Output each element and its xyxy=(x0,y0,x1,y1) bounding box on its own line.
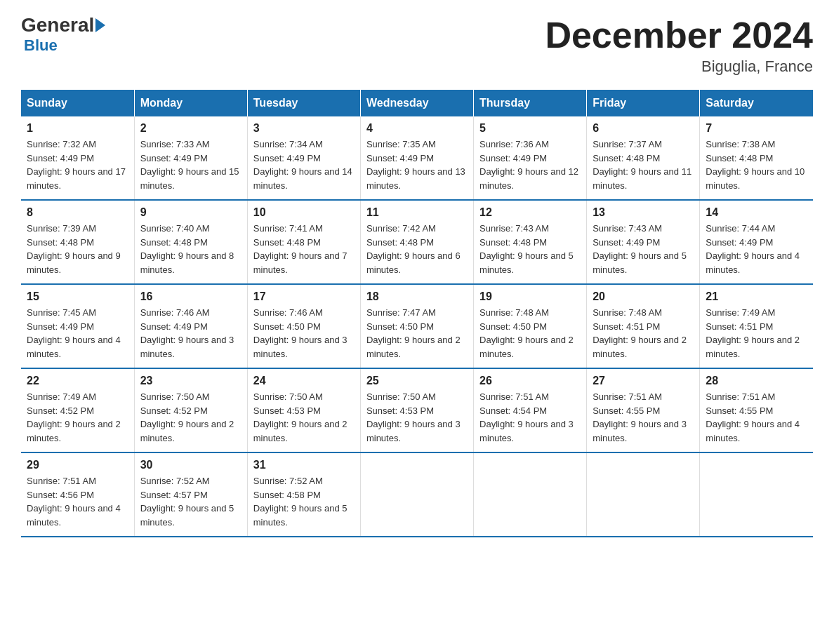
day-cell: 20 Sunrise: 7:48 AMSunset: 4:51 PMDaylig… xyxy=(587,284,700,368)
day-number: 26 xyxy=(479,375,581,387)
day-number: 6 xyxy=(593,122,694,135)
day-detail: Sunrise: 7:33 AMSunset: 4:49 PMDaylight:… xyxy=(140,139,239,191)
day-number: 18 xyxy=(366,290,468,303)
day-detail: Sunrise: 7:43 AMSunset: 4:49 PMDaylight:… xyxy=(593,223,687,275)
day-detail: Sunrise: 7:42 AMSunset: 4:48 PMDaylight:… xyxy=(366,223,461,275)
day-cell: 5 Sunrise: 7:36 AMSunset: 4:49 PMDayligh… xyxy=(474,116,587,200)
day-number: 21 xyxy=(706,290,807,303)
day-number: 20 xyxy=(593,290,694,303)
day-cell: 27 Sunrise: 7:51 AMSunset: 4:55 PMDaylig… xyxy=(587,368,700,452)
day-detail: Sunrise: 7:51 AMSunset: 4:55 PMDaylight:… xyxy=(593,391,687,443)
day-number: 8 xyxy=(27,206,128,219)
header-row: SundayMondayTuesdayWednesdayThursdayFrid… xyxy=(21,90,813,116)
day-cell: 23 Sunrise: 7:50 AMSunset: 4:52 PMDaylig… xyxy=(134,368,247,452)
day-detail: Sunrise: 7:50 AMSunset: 4:52 PMDaylight:… xyxy=(140,391,234,443)
day-detail: Sunrise: 7:52 AMSunset: 4:57 PMDaylight:… xyxy=(140,476,234,528)
day-cell: 19 Sunrise: 7:48 AMSunset: 4:50 PMDaylig… xyxy=(474,284,587,368)
day-detail: Sunrise: 7:51 AMSunset: 4:54 PMDaylight:… xyxy=(479,391,574,443)
day-detail: Sunrise: 7:51 AMSunset: 4:56 PMDaylight:… xyxy=(27,476,121,528)
col-header-tuesday: Tuesday xyxy=(247,90,360,116)
day-number: 1 xyxy=(27,122,128,135)
day-detail: Sunrise: 7:40 AMSunset: 4:48 PMDaylight:… xyxy=(140,223,234,275)
col-header-saturday: Saturday xyxy=(700,90,813,116)
day-detail: Sunrise: 7:36 AMSunset: 4:49 PMDaylight:… xyxy=(479,139,578,191)
week-row-4: 22 Sunrise: 7:49 AMSunset: 4:52 PMDaylig… xyxy=(21,368,813,452)
col-header-thursday: Thursday xyxy=(474,90,587,116)
day-cell: 3 Sunrise: 7:34 AMSunset: 4:49 PMDayligh… xyxy=(247,116,360,200)
day-detail: Sunrise: 7:38 AMSunset: 4:48 PMDaylight:… xyxy=(706,139,805,191)
day-number: 7 xyxy=(706,122,807,135)
day-cell: 21 Sunrise: 7:49 AMSunset: 4:51 PMDaylig… xyxy=(700,284,813,368)
day-detail: Sunrise: 7:49 AMSunset: 4:52 PMDaylight:… xyxy=(27,391,121,443)
day-cell: 22 Sunrise: 7:49 AMSunset: 4:52 PMDaylig… xyxy=(21,368,134,452)
day-cell xyxy=(587,452,700,537)
day-cell xyxy=(700,452,813,537)
day-number: 29 xyxy=(27,459,128,471)
day-number: 28 xyxy=(706,375,807,387)
day-detail: Sunrise: 7:48 AMSunset: 4:51 PMDaylight:… xyxy=(593,307,687,359)
day-detail: Sunrise: 7:41 AMSunset: 4:48 PMDaylight:… xyxy=(253,223,348,275)
day-cell xyxy=(474,452,587,537)
day-cell: 11 Sunrise: 7:42 AMSunset: 4:48 PMDaylig… xyxy=(360,200,473,284)
week-row-2: 8 Sunrise: 7:39 AMSunset: 4:48 PMDayligh… xyxy=(21,200,813,284)
day-detail: Sunrise: 7:34 AMSunset: 4:49 PMDaylight:… xyxy=(253,139,352,191)
day-number: 5 xyxy=(479,122,581,135)
calendar-header: SundayMondayTuesdayWednesdayThursdayFrid… xyxy=(21,90,813,116)
day-number: 16 xyxy=(140,290,241,303)
day-cell: 10 Sunrise: 7:41 AMSunset: 4:48 PMDaylig… xyxy=(247,200,360,284)
day-number: 22 xyxy=(27,375,128,387)
day-number: 17 xyxy=(253,290,355,303)
day-cell: 25 Sunrise: 7:50 AMSunset: 4:53 PMDaylig… xyxy=(360,368,473,452)
col-header-sunday: Sunday xyxy=(21,90,134,116)
logo-general-text: General xyxy=(21,14,94,36)
day-cell xyxy=(360,452,473,537)
day-cell: 8 Sunrise: 7:39 AMSunset: 4:48 PMDayligh… xyxy=(21,200,134,284)
day-cell: 14 Sunrise: 7:44 AMSunset: 4:49 PMDaylig… xyxy=(700,200,813,284)
day-cell: 15 Sunrise: 7:45 AMSunset: 4:49 PMDaylig… xyxy=(21,284,134,368)
day-cell: 26 Sunrise: 7:51 AMSunset: 4:54 PMDaylig… xyxy=(474,368,587,452)
day-cell: 6 Sunrise: 7:37 AMSunset: 4:48 PMDayligh… xyxy=(587,116,700,200)
day-number: 24 xyxy=(253,375,355,387)
day-detail: Sunrise: 7:35 AMSunset: 4:49 PMDaylight:… xyxy=(366,139,465,191)
day-detail: Sunrise: 7:50 AMSunset: 4:53 PMDaylight:… xyxy=(366,391,461,443)
day-cell: 29 Sunrise: 7:51 AMSunset: 4:56 PMDaylig… xyxy=(21,452,134,537)
day-detail: Sunrise: 7:48 AMSunset: 4:50 PMDaylight:… xyxy=(479,307,574,359)
day-cell: 17 Sunrise: 7:46 AMSunset: 4:50 PMDaylig… xyxy=(247,284,360,368)
day-detail: Sunrise: 7:50 AMSunset: 4:53 PMDaylight:… xyxy=(253,391,348,443)
col-header-wednesday: Wednesday xyxy=(360,90,473,116)
day-cell: 7 Sunrise: 7:38 AMSunset: 4:48 PMDayligh… xyxy=(700,116,813,200)
day-detail: Sunrise: 7:46 AMSunset: 4:49 PMDaylight:… xyxy=(140,307,234,359)
page-header: General Blue December 2024 Biguglia, Fra… xyxy=(21,14,813,76)
day-number: 9 xyxy=(140,206,241,219)
day-cell: 4 Sunrise: 7:35 AMSunset: 4:49 PMDayligh… xyxy=(360,116,473,200)
day-detail: Sunrise: 7:37 AMSunset: 4:48 PMDaylight:… xyxy=(593,139,691,191)
logo-blue-text: Blue xyxy=(24,36,58,55)
day-number: 14 xyxy=(706,206,807,219)
day-cell: 13 Sunrise: 7:43 AMSunset: 4:49 PMDaylig… xyxy=(587,200,700,284)
day-number: 13 xyxy=(593,206,694,219)
day-number: 2 xyxy=(140,122,241,135)
day-number: 25 xyxy=(366,375,468,387)
day-cell: 9 Sunrise: 7:40 AMSunset: 4:48 PMDayligh… xyxy=(134,200,247,284)
day-number: 15 xyxy=(27,290,128,303)
day-detail: Sunrise: 7:47 AMSunset: 4:50 PMDaylight:… xyxy=(366,307,461,359)
day-cell: 2 Sunrise: 7:33 AMSunset: 4:49 PMDayligh… xyxy=(134,116,247,200)
day-cell: 12 Sunrise: 7:43 AMSunset: 4:48 PMDaylig… xyxy=(474,200,587,284)
day-number: 27 xyxy=(593,375,694,387)
day-number: 30 xyxy=(140,459,241,471)
col-header-friday: Friday xyxy=(587,90,700,116)
day-detail: Sunrise: 7:44 AMSunset: 4:49 PMDaylight:… xyxy=(706,223,800,275)
title-block: December 2024 Biguglia, France xyxy=(545,14,813,76)
day-number: 31 xyxy=(253,459,355,471)
location-label: Biguglia, France xyxy=(545,58,813,76)
day-detail: Sunrise: 7:52 AMSunset: 4:58 PMDaylight:… xyxy=(253,476,348,528)
day-detail: Sunrise: 7:43 AMSunset: 4:48 PMDaylight:… xyxy=(479,223,574,275)
day-detail: Sunrise: 7:45 AMSunset: 4:49 PMDaylight:… xyxy=(27,307,121,359)
day-number: 19 xyxy=(479,290,581,303)
week-row-1: 1 Sunrise: 7:32 AMSunset: 4:49 PMDayligh… xyxy=(21,116,813,200)
day-cell: 31 Sunrise: 7:52 AMSunset: 4:58 PMDaylig… xyxy=(247,452,360,537)
col-header-monday: Monday xyxy=(134,90,247,116)
day-cell: 18 Sunrise: 7:47 AMSunset: 4:50 PMDaylig… xyxy=(360,284,473,368)
day-number: 4 xyxy=(366,122,468,135)
day-detail: Sunrise: 7:51 AMSunset: 4:55 PMDaylight:… xyxy=(706,391,800,443)
